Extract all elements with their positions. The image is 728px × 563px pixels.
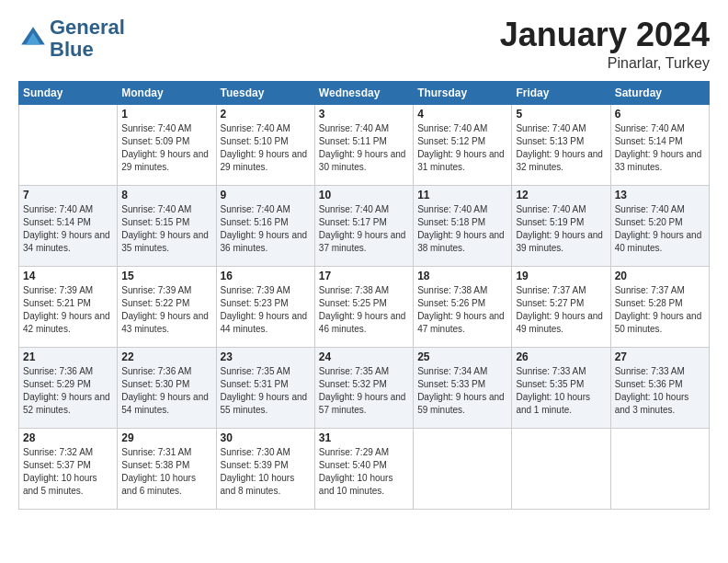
weekday-header-tuesday: Tuesday	[216, 81, 314, 104]
day-number: 24	[319, 350, 409, 363]
day-info: Sunrise: 7:31 AMSunset: 5:38 PMDaylight:…	[121, 446, 211, 498]
day-number: 13	[615, 189, 705, 201]
day-number: 14	[23, 270, 113, 282]
day-number: 18	[417, 270, 507, 282]
calendar-cell: 21Sunrise: 7:36 AMSunset: 5:29 PMDayligh…	[19, 347, 118, 428]
calendar-week-3: 14Sunrise: 7:39 AMSunset: 5:21 PMDayligh…	[19, 266, 710, 347]
calendar-cell: 25Sunrise: 7:34 AMSunset: 5:33 PMDayligh…	[414, 347, 512, 428]
day-number: 4	[417, 108, 507, 121]
day-info: Sunrise: 7:40 AMSunset: 5:14 PMDaylight:…	[23, 203, 113, 255]
day-number: 27	[615, 350, 705, 363]
day-info: Sunrise: 7:40 AMSunset: 5:13 PMDaylight:…	[516, 122, 606, 174]
header: General Blue January 2024 Pinarlar, Turk…	[18, 17, 710, 72]
weekday-header-saturday: Saturday	[610, 81, 709, 104]
day-info: Sunrise: 7:40 AMSunset: 5:11 PMDaylight:…	[319, 122, 409, 174]
calendar-cell: 8Sunrise: 7:40 AMSunset: 5:15 PMDaylight…	[118, 185, 216, 266]
day-number: 29	[121, 431, 211, 444]
calendar-cell: 30Sunrise: 7:30 AMSunset: 5:39 PMDayligh…	[216, 428, 314, 509]
day-info: Sunrise: 7:40 AMSunset: 5:19 PMDaylight:…	[516, 203, 606, 255]
calendar-cell: 28Sunrise: 7:32 AMSunset: 5:37 PMDayligh…	[19, 428, 118, 509]
calendar-table: SundayMondayTuesdayWednesdayThursdayFrid…	[18, 81, 710, 510]
logo-line2: Blue	[50, 39, 125, 61]
day-info: Sunrise: 7:35 AMSunset: 5:32 PMDaylight:…	[319, 365, 409, 417]
day-number: 8	[121, 189, 211, 201]
weekday-header-row: SundayMondayTuesdayWednesdayThursdayFrid…	[19, 81, 710, 104]
day-info: Sunrise: 7:39 AMSunset: 5:22 PMDaylight:…	[121, 284, 211, 336]
calendar-cell: 27Sunrise: 7:33 AMSunset: 5:36 PMDayligh…	[610, 347, 709, 428]
day-info: Sunrise: 7:32 AMSunset: 5:37 PMDaylight:…	[23, 446, 113, 498]
day-info: Sunrise: 7:38 AMSunset: 5:26 PMDaylight:…	[417, 284, 507, 336]
location: Pinarlar, Turkey	[500, 55, 710, 72]
day-info: Sunrise: 7:37 AMSunset: 5:28 PMDaylight:…	[615, 284, 705, 336]
day-info: Sunrise: 7:30 AMSunset: 5:39 PMDaylight:…	[221, 446, 311, 498]
calendar-cell: 29Sunrise: 7:31 AMSunset: 5:38 PMDayligh…	[118, 428, 216, 509]
day-number: 2	[221, 108, 311, 121]
day-number: 3	[319, 108, 409, 121]
calendar-cell: 22Sunrise: 7:36 AMSunset: 5:30 PMDayligh…	[118, 347, 216, 428]
day-number: 6	[615, 108, 705, 121]
calendar-cell: 17Sunrise: 7:38 AMSunset: 5:25 PMDayligh…	[314, 266, 413, 347]
logo-icon	[18, 24, 48, 53]
calendar-cell	[19, 104, 118, 185]
day-info: Sunrise: 7:38 AMSunset: 5:25 PMDaylight:…	[319, 284, 409, 336]
day-info: Sunrise: 7:36 AMSunset: 5:30 PMDaylight:…	[121, 365, 211, 417]
day-info: Sunrise: 7:40 AMSunset: 5:16 PMDaylight:…	[221, 203, 311, 255]
calendar-cell: 7Sunrise: 7:40 AMSunset: 5:14 PMDaylight…	[19, 185, 118, 266]
day-info: Sunrise: 7:33 AMSunset: 5:35 PMDaylight:…	[516, 365, 606, 417]
weekday-header-monday: Monday	[118, 81, 216, 104]
month-title: January 2024	[500, 17, 710, 53]
logo-text: General Blue	[50, 17, 125, 61]
calendar-cell: 6Sunrise: 7:40 AMSunset: 5:14 PMDaylight…	[610, 104, 709, 185]
page: General Blue January 2024 Pinarlar, Turk…	[0, 0, 728, 519]
weekday-header-wednesday: Wednesday	[314, 81, 413, 104]
day-number: 31	[319, 431, 409, 444]
day-number: 16	[221, 270, 311, 282]
day-number: 5	[516, 108, 606, 121]
calendar-cell: 31Sunrise: 7:29 AMSunset: 5:40 PMDayligh…	[314, 428, 413, 509]
calendar-week-5: 28Sunrise: 7:32 AMSunset: 5:37 PMDayligh…	[19, 428, 710, 509]
day-info: Sunrise: 7:39 AMSunset: 5:21 PMDaylight:…	[23, 284, 113, 336]
day-number: 15	[121, 270, 211, 282]
calendar-cell: 3Sunrise: 7:40 AMSunset: 5:11 PMDaylight…	[314, 104, 413, 185]
day-number: 7	[23, 189, 113, 201]
title-block: January 2024 Pinarlar, Turkey	[500, 17, 710, 72]
calendar-cell: 5Sunrise: 7:40 AMSunset: 5:13 PMDaylight…	[512, 104, 610, 185]
day-info: Sunrise: 7:40 AMSunset: 5:17 PMDaylight:…	[319, 203, 409, 255]
weekday-header-thursday: Thursday	[414, 81, 512, 104]
day-info: Sunrise: 7:39 AMSunset: 5:23 PMDaylight:…	[221, 284, 311, 336]
day-info: Sunrise: 7:37 AMSunset: 5:27 PMDaylight:…	[516, 284, 606, 336]
logo-line1: General	[50, 17, 125, 39]
calendar-cell: 14Sunrise: 7:39 AMSunset: 5:21 PMDayligh…	[19, 266, 118, 347]
logo: General Blue	[18, 17, 125, 61]
day-number: 23	[221, 350, 311, 363]
calendar-cell: 13Sunrise: 7:40 AMSunset: 5:20 PMDayligh…	[610, 185, 709, 266]
day-info: Sunrise: 7:40 AMSunset: 5:10 PMDaylight:…	[221, 122, 311, 174]
calendar-week-2: 7Sunrise: 7:40 AMSunset: 5:14 PMDaylight…	[19, 185, 710, 266]
calendar-cell: 11Sunrise: 7:40 AMSunset: 5:18 PMDayligh…	[414, 185, 512, 266]
day-number: 1	[121, 108, 211, 121]
calendar-cell	[512, 428, 610, 509]
calendar-cell: 18Sunrise: 7:38 AMSunset: 5:26 PMDayligh…	[414, 266, 512, 347]
calendar-cell: 1Sunrise: 7:40 AMSunset: 5:09 PMDaylight…	[118, 104, 216, 185]
calendar-cell: 2Sunrise: 7:40 AMSunset: 5:10 PMDaylight…	[216, 104, 314, 185]
day-number: 22	[121, 350, 211, 363]
day-number: 9	[221, 189, 311, 201]
day-info: Sunrise: 7:34 AMSunset: 5:33 PMDaylight:…	[417, 365, 507, 417]
day-info: Sunrise: 7:40 AMSunset: 5:18 PMDaylight:…	[417, 203, 507, 255]
calendar-cell: 19Sunrise: 7:37 AMSunset: 5:27 PMDayligh…	[512, 266, 610, 347]
day-number: 17	[319, 270, 409, 282]
day-info: Sunrise: 7:40 AMSunset: 5:09 PMDaylight:…	[121, 122, 211, 174]
day-info: Sunrise: 7:40 AMSunset: 5:14 PMDaylight:…	[615, 122, 705, 174]
calendar-cell: 4Sunrise: 7:40 AMSunset: 5:12 PMDaylight…	[414, 104, 512, 185]
weekday-header-sunday: Sunday	[19, 81, 118, 104]
calendar-week-4: 21Sunrise: 7:36 AMSunset: 5:29 PMDayligh…	[19, 347, 710, 428]
calendar-cell: 9Sunrise: 7:40 AMSunset: 5:16 PMDaylight…	[216, 185, 314, 266]
calendar-cell: 12Sunrise: 7:40 AMSunset: 5:19 PMDayligh…	[512, 185, 610, 266]
day-number: 20	[615, 270, 705, 282]
calendar-cell: 16Sunrise: 7:39 AMSunset: 5:23 PMDayligh…	[216, 266, 314, 347]
day-number: 25	[417, 350, 507, 363]
day-number: 26	[516, 350, 606, 363]
calendar-cell: 24Sunrise: 7:35 AMSunset: 5:32 PMDayligh…	[314, 347, 413, 428]
day-number: 28	[23, 431, 113, 444]
day-info: Sunrise: 7:40 AMSunset: 5:12 PMDaylight:…	[417, 122, 507, 174]
